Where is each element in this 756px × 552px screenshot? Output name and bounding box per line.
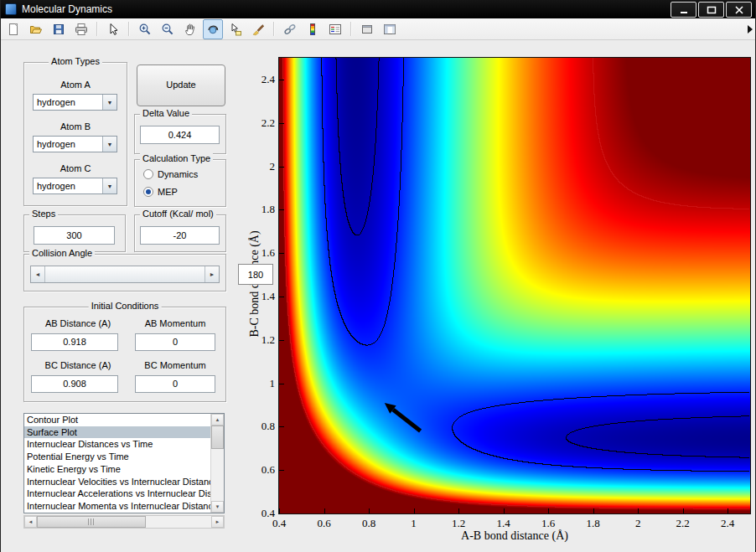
atom-b-label: Atom B bbox=[24, 121, 127, 132]
slider-left-arrow-icon[interactable]: ◄ bbox=[31, 266, 45, 282]
ab-distance-label: AB Distance (A) bbox=[31, 318, 125, 328]
atom-a-label: Atom A bbox=[24, 80, 127, 90]
insert-legend-button[interactable] bbox=[325, 19, 345, 39]
radio-button-icon[interactable] bbox=[143, 187, 153, 197]
title-bar[interactable]: Molecular Dynamics bbox=[0, 0, 756, 18]
x-tick-label: 0.8 bbox=[352, 517, 386, 530]
list-item[interactable]: Potential Energy vs Time bbox=[24, 451, 211, 463]
list-item[interactable]: Contour Plot bbox=[24, 414, 211, 426]
print-figure-button[interactable] bbox=[71, 19, 91, 39]
horizontal-scroll-thumb[interactable] bbox=[37, 516, 146, 528]
update-button[interactable]: Update bbox=[137, 64, 225, 106]
atom-types-panel-title: Atom Types bbox=[49, 56, 102, 66]
window-icon bbox=[5, 3, 17, 15]
y-tick-label: 0.4 bbox=[246, 507, 275, 520]
brush-data-button[interactable] bbox=[248, 19, 268, 39]
x-tick-label: 1.4 bbox=[487, 517, 520, 530]
new-figure-button[interactable] bbox=[3, 19, 23, 39]
atom-a-value: hydrogen bbox=[34, 95, 102, 110]
edit-plot-icon bbox=[106, 23, 120, 36]
chevron-down-icon[interactable]: ▼ bbox=[102, 137, 117, 152]
atom-c-value: hydrogen bbox=[34, 178, 102, 193]
x-tick-label: 2 bbox=[621, 517, 655, 530]
show-plot-tools-button[interactable] bbox=[380, 19, 400, 39]
y-tick-label: 0.6 bbox=[246, 463, 275, 477]
ab-distance-field[interactable]: 0.918 bbox=[31, 333, 118, 351]
y-tick-label: 0.8 bbox=[246, 420, 275, 433]
steps-title: Steps bbox=[29, 209, 58, 219]
figure-toolbar bbox=[0, 18, 756, 40]
vertical-scroll-thumb[interactable] bbox=[211, 426, 224, 449]
atom-b-dropdown[interactable]: hydrogen ▼ bbox=[33, 136, 117, 152]
list-item[interactable]: Internuclear Distances vs Time bbox=[24, 438, 211, 451]
atom-b-value: hydrogen bbox=[34, 137, 102, 152]
collision-angle-slider[interactable]: ◄ ► bbox=[30, 266, 220, 283]
atom-c-dropdown[interactable]: hydrogen ▼ bbox=[33, 178, 117, 194]
save-figure-button[interactable] bbox=[49, 19, 69, 39]
link-plot-button[interactable] bbox=[280, 19, 300, 39]
scroll-right-icon[interactable]: ► bbox=[211, 516, 224, 528]
slider-right-arrow-icon[interactable]: ► bbox=[205, 266, 219, 282]
delta-value-title: Delta Value bbox=[140, 108, 192, 118]
pes-canvas[interactable] bbox=[279, 58, 750, 513]
list-item[interactable]: Internuclear Momenta vs Internuclear Dis… bbox=[24, 500, 211, 513]
listbox-horizontal-scrollbar[interactable]: ◄ ► bbox=[23, 515, 225, 529]
x-axis-label: A-B bond distance (Å) bbox=[381, 529, 649, 543]
y-tick-label: 2.4 bbox=[246, 73, 275, 86]
ab-momentum-field[interactable]: 0 bbox=[135, 333, 215, 351]
steps-field[interactable]: 300 bbox=[34, 226, 115, 245]
collision-angle-title: Collision Angle bbox=[29, 248, 95, 258]
cutoff-field[interactable]: -20 bbox=[140, 226, 220, 245]
edit-plot-button[interactable] bbox=[103, 19, 123, 39]
close-button[interactable] bbox=[726, 2, 752, 18]
pan-button[interactable] bbox=[180, 19, 200, 39]
toolbar-separator bbox=[96, 22, 98, 36]
list-item[interactable]: Internuclear Velocities vs Internuclear … bbox=[24, 476, 211, 488]
list-item[interactable]: Internuclear Accelerations vs Internucle… bbox=[24, 488, 211, 500]
open-file-button[interactable] bbox=[26, 19, 46, 39]
list-item[interactable]: Kinetic Energy vs Time bbox=[24, 463, 211, 476]
y-tick-label: 2 bbox=[246, 160, 275, 173]
hide-plot-tools-button[interactable] bbox=[357, 19, 377, 39]
pes-plot-axes[interactable] bbox=[278, 57, 751, 514]
open-file-icon bbox=[29, 23, 43, 36]
scroll-left-icon[interactable]: ◄ bbox=[24, 516, 37, 528]
minimize-icon bbox=[679, 6, 689, 14]
zoom-in-icon bbox=[138, 23, 152, 36]
listbox-vertical-scrollbar[interactable]: ▲ ▼ bbox=[210, 414, 224, 513]
toolbar-overflow-button[interactable] bbox=[748, 25, 753, 34]
maximize-button[interactable] bbox=[698, 2, 724, 18]
scroll-down-icon[interactable]: ▼ bbox=[211, 501, 224, 513]
data-cursor-button[interactable] bbox=[225, 19, 246, 39]
calculation-type-panel: Calculation Type Dynamics MEP bbox=[134, 159, 226, 207]
zoom-out-button[interactable] bbox=[158, 19, 178, 39]
new-figure-icon bbox=[7, 23, 20, 36]
list-item[interactable]: Surface Plot bbox=[24, 426, 211, 439]
delta-value-panel: Delta Value 0.424 bbox=[134, 114, 226, 154]
radio-dynamics[interactable]: Dynamics bbox=[143, 168, 198, 180]
delta-value-field[interactable]: 0.424 bbox=[140, 126, 220, 144]
plot-type-listbox[interactable]: Contour PlotSurface PlotInternuclear Dis… bbox=[23, 413, 225, 513]
rotate-3d-button[interactable] bbox=[203, 19, 223, 39]
radio-mep[interactable]: MEP bbox=[143, 186, 178, 198]
radio-button-icon[interactable] bbox=[143, 169, 153, 179]
y-tick-label: 2.2 bbox=[246, 116, 275, 130]
bc-momentum-field[interactable]: 0 bbox=[135, 375, 215, 393]
insert-colorbar-button[interactable] bbox=[303, 19, 323, 39]
toolbar-separator bbox=[273, 22, 275, 36]
minimize-button[interactable] bbox=[671, 2, 696, 18]
close-icon bbox=[734, 6, 744, 14]
maximize-icon bbox=[707, 6, 717, 14]
x-tick-label: 1 bbox=[397, 517, 431, 530]
brush-data-icon bbox=[251, 23, 265, 36]
slider-thumb[interactable] bbox=[45, 266, 205, 282]
zoom-in-button[interactable] bbox=[135, 19, 155, 39]
chevron-down-icon[interactable]: ▼ bbox=[102, 95, 117, 110]
scroll-up-icon[interactable]: ▲ bbox=[211, 414, 224, 426]
x-tick-label: 2.4 bbox=[711, 517, 744, 530]
chevron-down-icon[interactable]: ▼ bbox=[102, 178, 117, 193]
y-tick-label: 1 bbox=[246, 377, 275, 390]
bc-distance-field[interactable]: 0.908 bbox=[31, 375, 118, 393]
link-plot-icon bbox=[283, 23, 297, 36]
atom-a-dropdown[interactable]: hydrogen ▼ bbox=[33, 94, 117, 111]
